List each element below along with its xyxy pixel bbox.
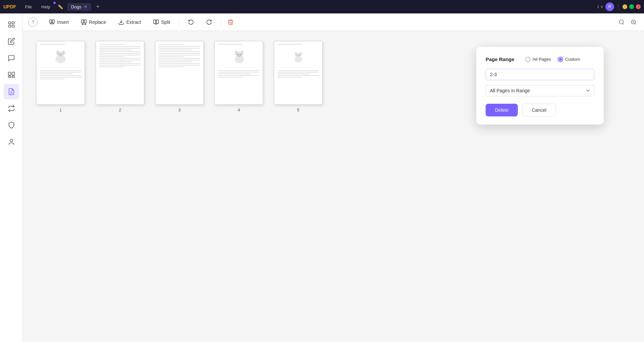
sidebar-btn-protect[interactable] [4,117,19,133]
main-layout: ‹ ? Insert [0,13,644,342]
svg-rect-20 [153,20,156,23]
page-item-3[interactable]: 3 [155,41,204,112]
radio-circle-custom[interactable] [558,57,563,62]
svg-point-43 [238,55,241,57]
page-range-dialog: Page Range All Pages Custom All Pages in… [476,47,604,125]
svg-rect-17 [84,20,87,23]
tab-close-button[interactable]: ✕ [84,4,87,9]
advanced-search-button[interactable] [629,17,639,27]
sidebar-btn-pages[interactable] [4,84,19,99]
confirm-delete-button[interactable]: Delete [486,104,518,116]
toolbar-search-area [616,17,639,27]
page-number-3: 3 [178,107,181,112]
extract-button[interactable]: Extract [113,17,146,27]
svg-rect-16 [82,20,84,23]
page-item-2[interactable]: 2 [96,41,144,112]
radio-custom[interactable]: Custom [558,57,580,62]
page-number-2: 2 [119,107,121,112]
dog-image-4 [229,48,249,68]
svg-rect-6 [8,76,10,78]
dog-image-1 [51,48,71,68]
search-button[interactable] [616,17,627,27]
close-button[interactable]: ✕ [636,4,641,9]
svg-point-36 [60,55,61,56]
app-logo: UPDF [3,4,16,9]
sidebar-btn-sign[interactable] [4,134,19,150]
split-button[interactable]: Split [148,17,175,27]
sidebar-btn-edit[interactable] [4,34,19,49]
radio-circle-all[interactable] [525,57,531,62]
minimize-button[interactable]: ─ [623,4,627,9]
tab-title: Dogs [71,4,81,9]
svg-point-23 [619,20,623,24]
radio-group: All Pages Custom [525,57,580,62]
svg-line-24 [623,23,624,24]
insert-button[interactable]: Insert [44,17,73,27]
maximize-button[interactable]: □ [629,4,634,9]
page-item-4[interactable]: 4 [214,41,263,112]
svg-point-33 [59,53,60,54]
toolbar-separator-2 [221,17,221,27]
toolbar: ? Insert [23,13,644,31]
page-item-1[interactable]: 1 [36,41,85,112]
replace-button[interactable]: Replace [76,17,111,27]
dialog-title: Page Range [486,56,514,62]
svg-point-49 [298,55,299,56]
page-thumb-3[interactable] [155,41,204,105]
dog-image-5 [288,48,308,68]
content-area: ? Insert [23,13,644,342]
svg-point-41 [237,54,239,55]
svg-line-26 [635,23,636,24]
titlebar: UPDF File Help ✏️ Dogs ✕ + 1 ∨ R ─ □ ✕ [0,0,644,13]
sidebar-btn-organize[interactable] [4,67,19,83]
titlebar-separator [618,3,618,10]
page-thumb-4[interactable] [214,41,263,105]
dialog-header: Page Range All Pages Custom [486,56,594,62]
svg-point-50 [297,56,299,57]
sidebar-btn-thumbnails[interactable] [4,17,19,32]
page-number-1: 1 [59,107,62,112]
svg-rect-11 [50,20,52,23]
svg-point-34 [61,53,62,54]
radio-all-pages[interactable]: All Pages [525,57,551,62]
new-tab-button[interactable]: + [94,3,102,10]
user-avatar[interactable]: R [605,2,614,11]
page-item-5[interactable]: 5 [274,41,323,112]
svg-point-42 [240,54,241,55]
cancel-button[interactable]: Cancel [522,104,556,116]
page-thumb-1[interactable] [36,41,85,105]
sidebar: ‹ [0,13,23,342]
range-input[interactable] [486,69,594,80]
menu-help[interactable]: Help [38,3,54,11]
svg-rect-4 [8,72,10,75]
toolbar-separator-1 [179,17,179,27]
svg-rect-12 [52,20,55,23]
sidebar-btn-comment[interactable] [4,50,19,66]
dialog-actions: Delete Cancel [486,104,594,116]
page-thumb-2[interactable] [96,41,144,105]
sidebar-btn-convert[interactable] [4,101,19,116]
range-dropdown[interactable]: All Pages in Range Even Pages Only Odd P… [486,85,594,96]
svg-rect-5 [12,72,14,75]
page-number-5: 5 [297,107,299,112]
svg-point-10 [10,139,12,142]
tab-edit-icon: ✏️ [58,4,63,9]
rotate-left-button[interactable] [183,17,199,27]
menu-file[interactable]: File [21,3,35,11]
help-button[interactable]: ? [28,17,38,27]
page-number-4: 4 [238,107,240,112]
svg-rect-7 [12,76,14,78]
svg-rect-21 [156,20,159,23]
svg-point-48 [297,55,298,56]
window-controls: 1 ∨ R ─ □ ✕ [595,2,641,11]
delete-button[interactable] [225,17,236,28]
page-thumb-5[interactable] [274,41,323,105]
version-badge: 1 ∨ [597,4,603,9]
svg-rect-0 [8,22,10,24]
active-tab[interactable]: Dogs ✕ [67,3,91,11]
svg-rect-3 [12,25,14,27]
svg-rect-1 [12,22,14,24]
svg-rect-2 [8,25,10,27]
rotate-right-button[interactable] [201,17,217,27]
